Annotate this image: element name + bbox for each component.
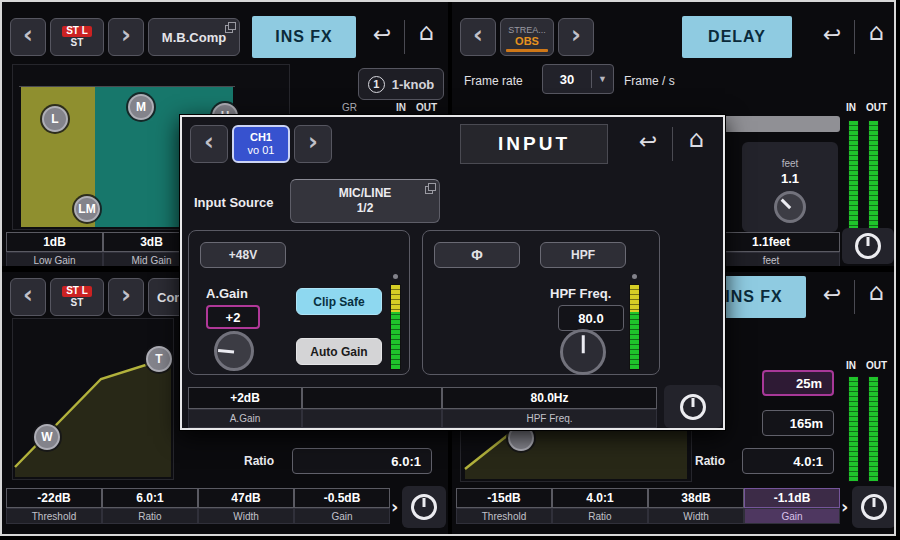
more-params-icon[interactable]: › (841, 496, 848, 517)
param-value-low-gain[interactable]: 1dB (6, 232, 103, 252)
param-value-ratio[interactable]: 6.0:1 (102, 488, 198, 508)
library-preset-button[interactable]: M.B.Comp (148, 18, 240, 56)
home-icon[interactable]: ⌂ (858, 278, 894, 306)
channel-select-button[interactable]: STREA... OBS (500, 18, 554, 56)
channel-select-button[interactable]: ST L ST (50, 278, 104, 316)
out-label: OUT (866, 360, 887, 371)
param-value-threshold[interactable]: -15dB (456, 488, 552, 508)
phantom-48v-button[interactable]: +48V (200, 242, 286, 268)
analog-gain-value-box[interactable]: +2 (206, 305, 260, 329)
channel-select-button[interactable]: CH1 vo 01 (232, 125, 290, 163)
more-params-icon[interactable]: › (391, 496, 398, 517)
one-knob-button[interactable]: 1 1-knob (358, 68, 444, 100)
hpf-freq-label: HPF Freq. (550, 286, 611, 301)
nav-separator (404, 20, 405, 54)
dropdown-arrow-icon: ▼ (591, 70, 613, 88)
channel-next-button[interactable]: › (108, 18, 144, 56)
channel-prev-button[interactable]: ‹ (10, 18, 46, 56)
home-icon[interactable]: ⌂ (408, 18, 444, 46)
home-icon[interactable]: ⌂ (678, 125, 714, 153)
width-knob[interactable]: W (34, 424, 60, 450)
param-label-low-gain: Low Gain (6, 252, 103, 266)
param-value-threshold[interactable]: -22dB (6, 488, 102, 508)
input-source-button[interactable]: MIC/LINE 1/2 (290, 179, 440, 223)
back-icon[interactable]: ↩ (364, 22, 400, 47)
preset-name-label: M.B.Comp (162, 30, 226, 45)
frame-rate-label: Frame rate (464, 74, 523, 88)
meter-clip-dot (632, 274, 637, 279)
channel-name-label: vo 01 (248, 144, 275, 157)
in-label: IN (846, 102, 856, 113)
delay-clock-tile[interactable] (842, 228, 894, 264)
input-source-label: Input Source (194, 195, 273, 210)
out-meter (868, 120, 879, 232)
delay-value-tile: feet 1.1 (742, 142, 838, 232)
analog-gain-label: A.Gain (206, 286, 248, 301)
channel-select-button[interactable]: ST L ST (50, 18, 104, 56)
channel-prev-button[interactable]: ‹ (460, 18, 496, 56)
out-label: OUT (416, 102, 437, 113)
hpf-meter (629, 284, 640, 370)
ratio-value-box[interactable]: 6.0:1 (292, 448, 432, 474)
out-meter (868, 376, 879, 482)
clock-knob-icon (861, 494, 887, 520)
channel-next-button[interactable]: › (294, 125, 332, 163)
one-knob-badge-icon: 1 (368, 76, 385, 93)
param-label-gain: Gain (294, 508, 390, 524)
param-value-width[interactable]: 38dB (648, 488, 744, 508)
channel-name-label: ST (71, 298, 84, 309)
param-value-gain[interactable]: -1.1dB (744, 488, 840, 508)
ratio-value-box[interactable]: 4.0:1 (742, 448, 834, 474)
page-title: DELAY (682, 16, 792, 58)
comp-clock-tile[interactable] (852, 486, 896, 528)
in-label: IN (396, 102, 406, 113)
analog-gain-knob[interactable] (214, 331, 254, 371)
delay-value: 1.1 (781, 171, 799, 186)
dialog-title: INPUT (460, 124, 608, 164)
delay-knob[interactable] (774, 191, 806, 223)
attack-value-box[interactable]: 25m (762, 370, 834, 396)
channel-prev-button[interactable]: ‹ (10, 278, 46, 316)
param-value-width[interactable]: 47dB (198, 488, 294, 508)
comp-clock-tile[interactable] (402, 486, 446, 528)
input-clock-tile[interactable] (664, 385, 722, 428)
mid-band-knob[interactable]: M (128, 94, 154, 120)
hpf-button[interactable]: HPF (540, 242, 626, 268)
back-icon[interactable]: ↩ (814, 22, 850, 47)
back-icon[interactable]: ↩ (814, 282, 850, 307)
mixer-screen: ‹ ST L ST › M.B.Comp INS FX ↩ ⌂ 1 1-knob… (0, 0, 896, 536)
channel-color-strip (506, 49, 548, 52)
param-value-again[interactable]: +2dB (188, 387, 302, 409)
channel-prev-button[interactable]: ‹ (190, 125, 228, 163)
release-value-box[interactable]: 165m (762, 410, 834, 436)
channel-next-button[interactable]: › (558, 18, 594, 56)
input-source-line1: MIC/LINE (339, 186, 392, 201)
param-label-cell (302, 409, 442, 428)
back-icon[interactable]: ↩ (630, 129, 666, 154)
param-label-again: A.Gain (188, 409, 302, 428)
home-icon[interactable]: ⌂ (858, 18, 894, 46)
comp-curve (13, 319, 173, 479)
param-value-ratio[interactable]: 4.0:1 (552, 488, 648, 508)
param-label-ratio: Ratio (552, 508, 648, 524)
channel-next-button[interactable]: › (108, 278, 144, 316)
clip-safe-button[interactable]: Clip Safe (296, 288, 382, 315)
page-title: INS FX (252, 16, 356, 58)
param-value-hpf[interactable]: 80.0Hz (442, 387, 657, 409)
frame-rate-value: 30 (543, 72, 591, 87)
param-value-cell[interactable] (302, 387, 442, 409)
copy-icon (225, 22, 236, 33)
hpf-freq-knob[interactable] (560, 329, 606, 375)
threshold-knob[interactable]: T (146, 346, 172, 372)
param-label-width: Width (198, 508, 294, 524)
phase-button[interactable]: Φ (434, 242, 520, 268)
low-band-knob[interactable]: L (42, 106, 68, 132)
preset-name-label: Con (157, 290, 182, 305)
auto-gain-button[interactable]: Auto Gain (296, 338, 382, 365)
param-value-gain[interactable]: -0.5dB (294, 488, 390, 508)
param-label-threshold: Threshold (456, 508, 552, 524)
low-mid-band-knob[interactable]: LM (74, 196, 100, 222)
delay-unit-label: feet (782, 158, 799, 169)
hpf-freq-value-box[interactable]: 80.0 (558, 305, 624, 331)
frame-rate-dropdown[interactable]: 30 ▼ (542, 64, 614, 94)
